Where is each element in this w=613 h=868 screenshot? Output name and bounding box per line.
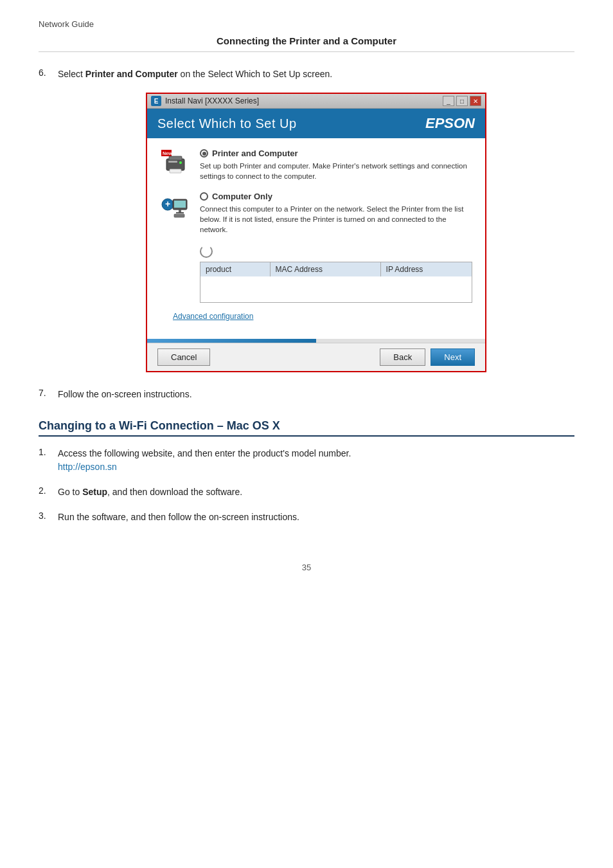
printer-list-section: product MAC Address IP Address: [200, 245, 472, 303]
progress-bar: [147, 339, 485, 343]
wifi-step-3-number: 3.: [39, 511, 58, 521]
back-button[interactable]: Back: [380, 348, 425, 366]
step-6-bold: Printer and Computer: [85, 69, 178, 79]
wifi-step-2-number: 2.: [39, 485, 58, 496]
window-controls[interactable]: _ □ ✕: [443, 96, 481, 106]
wifi-step-1-text: Access the following website, and then e…: [58, 447, 351, 474]
radio-computer-only[interactable]: Computer Only: [200, 192, 472, 201]
radio-circle-computer-only[interactable]: [200, 192, 208, 201]
option-computer-only[interactable]: + Computer Only: [160, 192, 472, 235]
radio-circle-printer-and-computer[interactable]: [200, 149, 208, 158]
page-number: 35: [39, 563, 574, 572]
option-printer-and-computer-label: Printer and Computer: [212, 149, 298, 158]
svg-rect-11: [179, 210, 181, 212]
install-navi-dialog: E Install Navi [XXXXX Series] _ □ ✕ Sele…: [146, 93, 486, 372]
dialog-app-icon: E: [151, 96, 161, 106]
col-mac-address: MAC Address: [270, 262, 380, 277]
page-header: Network Guide: [39, 19, 574, 29]
advanced-config-anchor[interactable]: Advanced configuration: [173, 312, 253, 321]
close-button[interactable]: ✕: [470, 96, 481, 106]
option-printer-and-computer-content: Printer and Computer Set up both Printer…: [200, 149, 472, 181]
step-7-number: 7.: [39, 388, 58, 398]
wifi-step-2-bold: Setup: [82, 487, 107, 497]
dialog-header-brand: EPSON: [425, 115, 475, 132]
option-computer-only-desc: Connect this computer to a Printer on th…: [200, 204, 472, 235]
option-computer-only-content: Computer Only Connect this computer to a…: [200, 192, 472, 235]
svg-rect-2: [166, 159, 184, 170]
radio-printer-and-computer[interactable]: Printer and Computer: [200, 149, 472, 158]
svg-rect-13: [174, 214, 184, 217]
dialog-title-text: Install Navi [XXXXX Series]: [165, 96, 259, 105]
wifi-step-1-number: 1.: [39, 447, 58, 457]
svg-rect-6: [168, 161, 177, 163]
dialog-header-title: Select Which to Set Up: [157, 116, 297, 131]
dialog-titlebar: E Install Navi [XXXXX Series] _ □ ✕: [147, 94, 485, 109]
dialog-body: New P: [147, 138, 485, 339]
maximize-button[interactable]: □: [456, 96, 468, 106]
progress-bar-fill: [147, 339, 316, 343]
svg-rect-10: [174, 201, 186, 208]
section-title: Connecting the Printer and a Computer: [39, 35, 574, 52]
advanced-config-link[interactable]: Advanced configuration: [173, 311, 472, 321]
svg-text:New: New: [163, 151, 172, 156]
step-6-text: Select Printer and Computer on the Selec…: [58, 68, 332, 81]
cancel-button[interactable]: Cancel: [157, 348, 210, 366]
wifi-step-2-text: Go to Setup, and then download the softw…: [58, 485, 242, 499]
minimize-button[interactable]: _: [443, 96, 454, 106]
svg-point-5: [179, 161, 182, 164]
dialog-header-bar: Select Which to Set Up EPSON: [147, 109, 485, 138]
wifi-section-heading: Changing to a Wi-Fi Connection – Mac OS …: [39, 419, 574, 437]
printer-list-table: product MAC Address IP Address: [200, 262, 472, 303]
loading-spinner-icon: [200, 245, 213, 258]
option-printer-and-computer-desc: Set up both Printer and computer. Make P…: [200, 161, 472, 181]
step-7-text: Follow the on-screen instructions.: [58, 388, 192, 401]
svg-rect-12: [176, 212, 184, 213]
option-printer-and-computer[interactable]: New P: [160, 149, 472, 181]
svg-rect-4: [170, 169, 181, 173]
step-6-number: 6.: [39, 68, 58, 78]
printer-computer-icon: New: [160, 149, 191, 179]
svg-rect-3: [169, 156, 182, 160]
wifi-step-1: 1. Access the following website, and the…: [39, 447, 574, 474]
svg-text:+: +: [165, 199, 170, 209]
wifi-step-3-text: Run the software, and then follow the on…: [58, 511, 299, 524]
col-product: product: [200, 262, 271, 277]
wifi-step-3: 3. Run the software, and then follow the…: [39, 511, 574, 524]
table-empty-row: [200, 276, 472, 302]
table-header-row: product MAC Address IP Address: [200, 262, 472, 277]
col-ip-address: IP Address: [380, 262, 472, 277]
next-button[interactable]: Next: [431, 348, 475, 366]
dialog-footer: Cancel Back Next: [147, 343, 485, 371]
step-7: 7. Follow the on-screen instructions.: [39, 388, 574, 401]
spinner-row: [200, 245, 472, 258]
epson-link[interactable]: http://epson.sn: [58, 462, 117, 472]
option-computer-only-label: Computer Only: [212, 192, 272, 201]
wifi-step-2: 2. Go to Setup, and then download the so…: [39, 485, 574, 499]
step-6: 6. Select Printer and Computer on the Se…: [39, 68, 574, 81]
computer-only-icon: +: [160, 192, 191, 222]
